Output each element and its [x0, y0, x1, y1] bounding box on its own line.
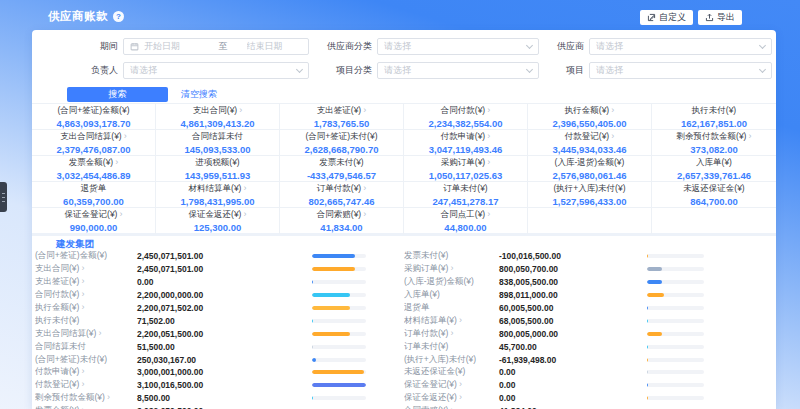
- row-label[interactable]: 材料结算单(¥)›: [404, 315, 499, 327]
- row-label[interactable]: 支出签证(¥)›: [35, 276, 137, 288]
- row-bar: [647, 396, 704, 400]
- stat-value: 3,445,934,033.46: [553, 144, 627, 155]
- stat-label: 付款申请(¥)›: [441, 131, 490, 143]
- row-label[interactable]: 合同索赔(¥)›: [404, 405, 499, 409]
- stat-cell[interactable]: 付款申请(¥)›3,047,119,493.46: [404, 130, 528, 156]
- stat-value: 2,576,980,061.46: [553, 170, 627, 181]
- account-row: 支出合同结算(¥)›2,200,051,500.00: [32, 327, 404, 340]
- select-placeholder: 请选择: [384, 40, 522, 53]
- stat-value: 3,032,454,486.89: [57, 170, 131, 181]
- row-label[interactable]: 发票金额(¥)›: [35, 405, 137, 409]
- stat-cell: 执行未付(¥)162,167,851.00: [652, 104, 776, 130]
- row-label[interactable]: 剩余预付款金额(¥)›: [35, 392, 137, 404]
- export-button[interactable]: 导出: [698, 10, 742, 25]
- row-label: 退货单: [404, 302, 499, 314]
- row-label: 入库单(¥): [404, 289, 499, 301]
- row-label[interactable]: 支出合同结算(¥)›: [35, 328, 137, 340]
- stat-value: 2,396,550,405.00: [553, 118, 627, 129]
- supplier-category-label: 供应商分类: [314, 40, 372, 53]
- stat-cell[interactable]: 剩余预付款金额(¥)›373,082.00: [652, 130, 776, 156]
- stat-cell[interactable]: 材料结算单(¥)›1,798,431,995.00: [156, 182, 280, 208]
- row-label[interactable]: 执行金额(¥)›: [35, 302, 137, 314]
- group-left-column: (合同+签证)金额(¥)2,450,071,501.00支出合同(¥)›2,45…: [32, 250, 404, 409]
- account-row: 合同索赔(¥)›41,834.00: [404, 405, 776, 409]
- row-label[interactable]: 采购订单(¥)›: [404, 263, 499, 275]
- row-label[interactable]: 付款登记(¥)›: [35, 379, 137, 391]
- select-placeholder: 请选择: [596, 40, 755, 53]
- account-row: 入库单(¥)898,011,000.00: [404, 289, 776, 302]
- row-label: 发票未付(¥): [404, 250, 499, 262]
- stat-cell[interactable]: 发票金额(¥)›3,032,454,486.89: [32, 156, 156, 182]
- chevron-right-icon: ›: [363, 209, 366, 219]
- page-header: 供应商账款 ?: [48, 9, 124, 24]
- stat-cell[interactable]: 合同点工(¥)›44,800.00: [404, 208, 528, 234]
- stat-cell[interactable]: 合同索赔(¥)›41,834.00: [280, 208, 404, 234]
- content-card: 期间 开始日期 至 结束日期 供应商分类 请选择 供应商 请选择 负责人: [32, 30, 776, 409]
- chevron-down-icon: [759, 41, 766, 48]
- stat-label: (执行+入库)未付(¥): [553, 183, 625, 195]
- group-title[interactable]: 建发集团: [32, 237, 776, 250]
- stat-cell[interactable]: 支出合同(¥)›4,861,309,413.20: [156, 104, 280, 130]
- stat-label: 未返还保证金(¥): [683, 183, 744, 195]
- chevron-right-icon: ›: [243, 183, 246, 193]
- side-drawer-handle[interactable]: [0, 182, 7, 212]
- customize-label: 自定义: [659, 11, 686, 24]
- stat-cell[interactable]: 采购订单(¥)›1,050,117,025.63: [404, 156, 528, 182]
- customize-button[interactable]: 自定义: [640, 10, 693, 25]
- supplier-select[interactable]: 请选择: [589, 38, 772, 55]
- stat-cell[interactable]: 保证金登记(¥)›990,000.00: [32, 208, 156, 234]
- account-row: 发票金额(¥)›3,032,050,500.00: [32, 405, 404, 409]
- stat-value: 44,800.00: [444, 222, 486, 233]
- row-label[interactable]: 付款申请(¥)›: [35, 366, 137, 378]
- start-date-placeholder: 开始日期: [144, 40, 200, 53]
- stat-cell[interactable]: 执行金额(¥)›2,396,550,405.00: [528, 104, 652, 130]
- stat-value: 802,665,747.46: [308, 196, 374, 207]
- stat-cell[interactable]: 保证金返还(¥)›125,300.00: [156, 208, 280, 234]
- supplier-category-select[interactable]: 请选择: [377, 38, 539, 55]
- stat-label: 支出合同(¥)›: [193, 105, 242, 117]
- row-bar: [647, 319, 704, 323]
- account-row: 退货单60,005,500.00: [404, 302, 776, 315]
- header-actions: 自定义 导出: [640, 10, 742, 25]
- clear-search-link[interactable]: 清空搜索: [181, 88, 217, 101]
- row-label[interactable]: 支出合同(¥)›: [35, 263, 137, 275]
- stat-cell[interactable]: 合同付款(¥)›2,234,382,554.00: [404, 104, 528, 130]
- account-row: 付款登记(¥)›3,100,016,500.00: [32, 379, 404, 392]
- row-label[interactable]: 保证金登记(¥)›: [404, 379, 499, 391]
- period-daterange-input[interactable]: 开始日期 至 结束日期: [123, 38, 309, 55]
- row-value: 71,502.00: [137, 316, 312, 326]
- stat-cell: 订单未付(¥)247,451,278.17: [404, 182, 528, 208]
- owner-select[interactable]: 请选择: [123, 62, 309, 79]
- stat-cell: (入库-退货)金额(¥)2,576,980,061.46: [528, 156, 652, 182]
- row-label: 执行未付(¥): [35, 315, 137, 327]
- stat-cell[interactable]: 订单付款(¥)›802,665,747.46: [280, 182, 404, 208]
- stat-cell: 进项税额(¥)143,959,511.93: [156, 156, 280, 182]
- chevron-right-icon: ›: [487, 131, 490, 141]
- help-icon[interactable]: ?: [113, 11, 124, 22]
- row-bar: [312, 280, 366, 284]
- stat-cell[interactable]: 支出签证(¥)›1,783,765.50: [280, 104, 404, 130]
- row-label: (合同+签证)金额(¥): [35, 250, 137, 262]
- row-value: 51,500.00: [137, 342, 312, 352]
- search-button[interactable]: 搜索: [67, 87, 168, 102]
- stat-cell[interactable]: 付款登记(¥)›3,445,934,033.46: [528, 130, 652, 156]
- chevron-right-icon: ›: [115, 157, 118, 167]
- select-placeholder: 请选择: [384, 64, 522, 77]
- row-label[interactable]: 合同付款(¥)›: [35, 289, 137, 301]
- stat-value: 145,093,533.00: [184, 144, 250, 155]
- chevron-right-icon: ›: [81, 405, 84, 409]
- row-bar: [312, 358, 366, 362]
- account-row: 订单付款(¥)›800,005,000.00: [404, 327, 776, 340]
- row-label[interactable]: 订单付款(¥)›: [404, 328, 499, 340]
- stat-label: 支出合同结算(¥)›: [60, 131, 126, 143]
- stat-label: 订单付款(¥)›: [317, 183, 366, 195]
- stat-value: 1,050,117,025.63: [429, 170, 502, 181]
- project-category-select[interactable]: 请选择: [377, 62, 539, 79]
- row-label[interactable]: 保证金返还(¥)›: [404, 392, 499, 404]
- stat-cell[interactable]: 支出合同结算(¥)›2,379,476,087.00: [32, 130, 156, 156]
- stat-label: 订单未付(¥): [443, 183, 487, 195]
- project-category-label: 项目分类: [314, 64, 372, 77]
- row-value: 45,700.00: [499, 342, 647, 352]
- stat-value: 1,783,765.50: [314, 118, 369, 129]
- project-select[interactable]: 请选择: [589, 62, 772, 79]
